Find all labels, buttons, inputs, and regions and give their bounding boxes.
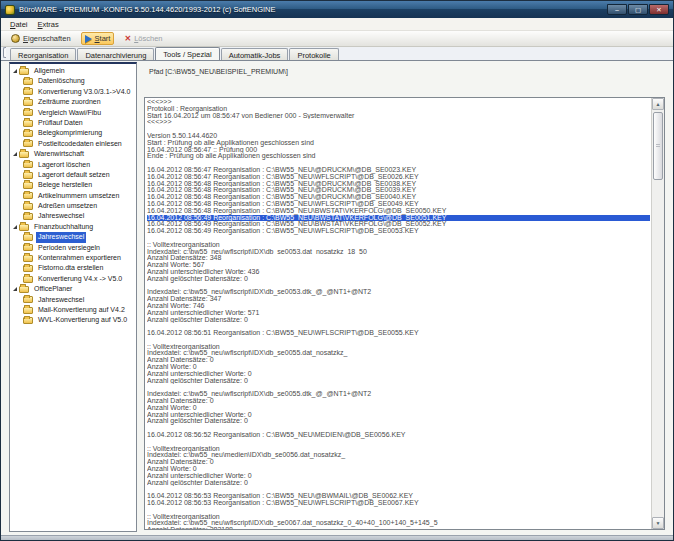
tree-item-jahreswechsel[interactable]: Jahreswechsel [10, 211, 136, 221]
log-line[interactable]: :: Volltextreorganisation [147, 344, 650, 351]
log-line[interactable]: <<<>>> [147, 99, 650, 106]
log-line[interactable]: Indexdatei: c:\bw55_neu\wflscript\IDX\db… [147, 350, 650, 357]
log-line[interactable]: Anzahl Worte: 0 [147, 364, 650, 371]
log-line[interactable]: 16.04.2012 08:56:47 Reorganisation : C:\… [147, 167, 650, 174]
menu-extras[interactable]: Extras [33, 19, 64, 30]
log-line[interactable]: Indexdatei: c:\bw55_neu\wflscript\IDX\db… [147, 520, 650, 527]
log-line[interactable]: Anzahl Datensätze: 347 [147, 296, 650, 303]
log-line[interactable] [147, 439, 650, 446]
menu-datei[interactable]: Datei [5, 19, 33, 30]
log-line[interactable]: Anzahl unterschiedlicher Worte: 436 [147, 269, 650, 276]
maximize-button[interactable]: ▢ [628, 4, 648, 15]
tree-group-allgemein[interactable]: Allgemein [10, 66, 136, 76]
log-line[interactable]: 16.04.2012 08:56:49 Reorganisation : C:\… [147, 221, 650, 228]
log-line[interactable]: :: Volltextreorganisation [147, 242, 650, 249]
tab-grip-handle[interactable] [3, 47, 6, 58]
expander-icon[interactable] [13, 225, 17, 229]
log-line[interactable] [147, 235, 650, 242]
log-line[interactable]: Protokoll : Reorganisation [147, 106, 650, 113]
tree-item-vergleich-wawi-fibu[interactable]: Vergleich Wawi/Fibu [10, 108, 136, 118]
log-box[interactable]: <<<>>>Protokoll : ReorganisationStart 16… [144, 97, 665, 530]
scroll-down-button[interactable]: ▼ [652, 517, 664, 529]
tree-item-datenl-schung[interactable]: Datenlöschung [10, 76, 136, 86]
log-line[interactable]: 16.04.2012 08:56:48 Reorganisation : C:\… [147, 181, 650, 188]
log-line[interactable]: Indexdatei: c:\bw55_neu\medien\IDX\db_se… [147, 452, 650, 459]
tree-item-zeitr-ume-zuordnen[interactable]: Zeiträume zuordnen [10, 97, 136, 107]
log-line[interactable]: 16.04.2012 08:56:48 Reorganisation : C:\… [147, 201, 650, 208]
log-line[interactable]: 16.04.2012 08:56:51 Reorganisation : C:\… [147, 330, 650, 337]
log-line[interactable] [147, 486, 650, 493]
log-line[interactable]: 16.04.2012 08:56:52 Reorganisation : C:\… [147, 432, 650, 439]
log-line[interactable]: Anzahl Worte: 0 [147, 466, 650, 473]
log-line[interactable]: Anzahl Worte: 567 [147, 262, 650, 269]
close-button[interactable]: ✕ [649, 4, 669, 15]
log-line[interactable]: :: Volltextreorganisation [147, 514, 650, 521]
log-line[interactable]: Indexdatei: c:\bw55_neu\wflscript\IDX\db… [147, 289, 650, 296]
l-schen-button[interactable]: ✕Löschen [120, 32, 166, 45]
log-line[interactable]: 16.04.2012 08:56:47 :: Prüfung 000 [147, 147, 650, 154]
log-line[interactable]: Ende : Prüfung ob alle Applikationen ges… [147, 153, 650, 160]
log-line[interactable]: Anzahl Datensätze: 0 [147, 398, 650, 405]
tree-item-pr-flauf-daten[interactable]: Prüflauf Daten [10, 118, 136, 128]
log-line[interactable]: Anzahl Datensätze: 0 [147, 357, 650, 364]
eigenschaften-button[interactable]: Eigenschaften [7, 32, 75, 45]
tree-item-belegkomprimierung[interactable]: Belegkomprimierung [10, 128, 136, 138]
log-line[interactable] [147, 283, 650, 290]
tab-protokolle[interactable]: Protokolle [289, 48, 338, 60]
log-line[interactable]: Anzahl Datensätze: 0 [147, 459, 650, 466]
tree-item-fistorno-dta-erstellen[interactable]: Fistorno.dta erstellen [10, 263, 136, 273]
log-line[interactable]: 16.04.2012 08:56:48 Reorganisation : C:\… [147, 208, 650, 215]
log-line[interactable] [147, 384, 650, 391]
log-line-selected[interactable]: 16.04.2012 08:56:49 Reorganisation : C:\… [147, 215, 650, 222]
start-button[interactable]: Start [81, 32, 115, 45]
log-line[interactable]: Anzahl gelöschter Datensätze: 0 [147, 378, 650, 385]
log-line[interactable] [147, 160, 650, 167]
log-line[interactable]: Anzahl gelöschter Datensätze: 0 [147, 480, 650, 487]
log-line[interactable]: Anzahl Worte: 0 [147, 405, 650, 412]
log-line[interactable] [147, 126, 650, 133]
scroll-thumb[interactable] [653, 112, 663, 180]
log-line[interactable]: Version 5.50.144.4620 [147, 133, 650, 140]
expander-icon[interactable] [13, 287, 17, 291]
tree-item-jahreswechsel[interactable]: Jahreswechsel [10, 232, 136, 242]
tree-item-postleitcodedaten-einlesen[interactable]: Postleitcodedaten einlesen [10, 139, 136, 149]
log-line[interactable]: Anzahl gelöschter Datensätze: 0 [147, 418, 650, 425]
log-line[interactable]: 16.04.2012 08:56:48 Reorganisation : C:\… [147, 194, 650, 201]
log-line[interactable]: 16.04.2012 08:56:49 Reorganisation : C:\… [147, 228, 650, 235]
tab-datenarchivierung[interactable]: Datenarchivierung [77, 48, 154, 60]
log-line[interactable]: 16.04.2012 08:56:53 Reorganisation : C:\… [147, 493, 650, 500]
log-line[interactable]: Anzahl gelöschter Datensätze: 0 [147, 317, 650, 324]
expander-icon[interactable] [13, 152, 17, 156]
log-line[interactable]: Anzahl unterschiedlicher Worte: 0 [147, 412, 650, 419]
scroll-up-button[interactable]: ▲ [652, 98, 664, 110]
log-line[interactable]: 16.04.2012 08:56:47 Reorganisation : C:\… [147, 174, 650, 181]
log-line[interactable] [147, 425, 650, 432]
tree-item-kontenrahmen-exportieren[interactable]: Kontenrahmen exportieren [10, 253, 136, 263]
log-line[interactable]: Start : Prüfung ob alle Applikationen ge… [147, 140, 650, 147]
expander-icon[interactable] [13, 69, 17, 73]
tree-item-konvertierung-v4-x-v5-0[interactable]: Konvertierung V4.x -> V5.0 [10, 274, 136, 284]
tree-item-wvl-konvertierung-auf-v5-0[interactable]: WVL-Konvertierung auf V5.0 [10, 315, 136, 325]
tree-item-konvertierung-v3-0-3-1-v4-0[interactable]: Konvertierung V3.0/3.1->V4.0 [10, 87, 136, 97]
tree-item-adre-en-umsetzen[interactable]: Adreßen umsetzen [10, 201, 136, 211]
log-line[interactable] [147, 507, 650, 514]
tree-item-belege-herstellen[interactable]: Belege herstellen [10, 180, 136, 190]
minimize-button[interactable]: – [607, 4, 627, 15]
tree-group-warenwirtschaft[interactable]: Warenwirtschaft [10, 149, 136, 159]
tree-item-perioden-versiegeln[interactable]: Perioden versiegeln [10, 243, 136, 253]
log-scrollbar[interactable]: ▲ ▼ [651, 98, 664, 529]
log-line[interactable]: Anzahl gelöschter Datensätze: 0 [147, 276, 650, 283]
log-line[interactable]: <<<>>> [147, 119, 650, 126]
tree-item-artikelnummern-umsetzen[interactable]: Artikelnummern umsetzen [10, 191, 136, 201]
tab-reorganisation[interactable]: Reorganisation [10, 48, 76, 60]
log-line[interactable]: Anzahl Datensätze: 282188 [147, 527, 650, 529]
log-line[interactable]: :: Volltextreorganisation [147, 446, 650, 453]
log-line[interactable]: Start 16.04.2012 um 08:56:47 von Bediene… [147, 113, 650, 120]
tree-item-lagerort-l-schen[interactable]: Lagerort löschen [10, 160, 136, 170]
log-line[interactable]: 16.04.2012 08:56:48 Reorganisation : C:\… [147, 187, 650, 194]
log-line[interactable]: Anzahl unterschiedlicher Worte: 0 [147, 371, 650, 378]
log-line[interactable]: Anzahl Worte: 746 [147, 303, 650, 310]
tree-group-officeplaner[interactable]: OfficePlaner [10, 284, 136, 294]
log-line[interactable]: Anzahl unterschiedlicher Worte: 571 [147, 310, 650, 317]
titlebar[interactable]: BüroWARE - PREMIUM -KONFIG 5.50.144.4620… [1, 1, 673, 18]
